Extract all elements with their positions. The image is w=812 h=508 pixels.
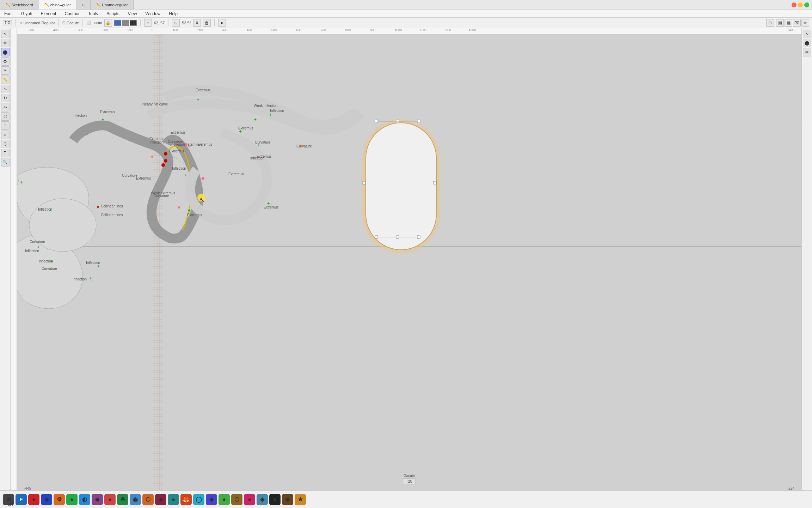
tool-polygon[interactable]: ⬡ <box>1 140 10 148</box>
app-icon-8[interactable]: ☘ <box>117 494 128 505</box>
right-tool-3[interactable]: ✏ <box>803 48 811 56</box>
ruler-bottom-left: -445 <box>24 486 31 490</box>
app-icon-21[interactable]: ◆ <box>282 494 293 505</box>
canvas-surface[interactable]: Extremus Nearly flat curve Weak inflecti… <box>17 35 801 490</box>
sketchboard-icon: ✏️ <box>6 3 10 7</box>
tool-zoom[interactable]: 🔍 <box>1 158 10 167</box>
view-btn4[interactable]: ✏ <box>801 19 809 27</box>
add-point-btn[interactable]: + <box>144 19 152 27</box>
left-toolbox: ↖ ✏ ⬤ ♻ ✂ 📏 ⤡ ↻ ⇔ ⬡ □ ○ ⬡ T 🔍 <box>0 28 11 490</box>
ruler-mark: 300 <box>222 28 227 32</box>
tool-spiro[interactable]: ♻ <box>1 57 10 66</box>
app-icon-11[interactable]: ◆ <box>155 494 166 505</box>
tab-uname-regular[interactable]: ✏️ Uname-regular <box>91 0 134 10</box>
sep5 <box>168 19 168 26</box>
trash-btn[interactable]: 🗑 <box>203 19 211 27</box>
svg-rect-6 <box>366 123 436 250</box>
app-icon-12[interactable]: ● <box>168 494 179 505</box>
status-bar: ⊞ F ● ◆ ⚙ ● ◐ ◆ ● ☘ ◉ ⬡ ◆ ● 🦊 ◯ ◆ ● ⬡ ● … <box>0 490 812 508</box>
up-down-btn[interactable]: ⬍ <box>193 19 201 27</box>
coord-display: 62, 57 <box>154 21 165 25</box>
color-swatch3[interactable] <box>130 20 137 26</box>
app-icon-19[interactable]: ◆ <box>257 494 268 505</box>
app-icon-3[interactable]: ⚙ <box>54 494 65 505</box>
color-swatch[interactable] <box>114 20 121 26</box>
gacute-label: Gacute <box>404 474 415 478</box>
svg-rect-10 <box>363 181 365 184</box>
app-icon-5[interactable]: ◐ <box>79 494 90 505</box>
app-icon-9[interactable]: ◉ <box>130 494 141 505</box>
window-controls <box>792 2 812 7</box>
app-icon-7[interactable]: ● <box>104 494 116 505</box>
app-icon-10[interactable]: ⬡ <box>142 494 154 505</box>
lock-btn[interactable]: 🔒 <box>104 19 112 27</box>
tool-pen[interactable]: ⬤ <box>1 48 10 56</box>
app-icon-17[interactable]: ⬡ <box>231 494 242 505</box>
menu-scripts[interactable]: Scripts <box>105 11 121 17</box>
app-icon-2[interactable]: ◆ <box>41 494 52 505</box>
tool-ruler[interactable]: 📏 <box>1 75 10 84</box>
uname-icon: ✏️ <box>96 3 100 7</box>
tool-rotate[interactable]: ↻ <box>1 94 10 102</box>
tool-scale[interactable]: ⤡ <box>1 85 10 93</box>
app-icon-6[interactable]: ◆ <box>92 494 103 505</box>
maximize-button[interactable] <box>804 2 809 7</box>
menu-element[interactable]: Element <box>39 11 57 17</box>
ruler-mark: -200 <box>102 28 108 32</box>
tool-rect[interactable]: □ <box>1 121 10 130</box>
menu-window[interactable]: Window <box>144 11 162 17</box>
menu-help[interactable]: Help <box>167 11 179 17</box>
menu-glyph[interactable]: Glyph <box>20 11 33 17</box>
ruler-mark: 1300 <box>469 28 476 32</box>
menu-contour[interactable]: Contour <box>63 11 81 17</box>
ai-label: Ai <box>8 502 13 507</box>
view-btn3[interactable]: ⌧ <box>793 19 801 27</box>
app-icon-22[interactable]: ★ <box>295 494 306 505</box>
color-swatch2[interactable] <box>122 20 129 26</box>
view-btn1[interactable]: ▤ <box>776 19 784 27</box>
tool-text[interactable]: T <box>1 149 10 157</box>
tool-3d[interactable]: ⬡ <box>1 112 10 121</box>
minimize-button[interactable] <box>798 2 803 7</box>
angle-icon: ⊾ <box>172 19 180 27</box>
close-button[interactable] <box>792 2 796 7</box>
sep4 <box>140 19 141 26</box>
tab-china-gular[interactable]: ✏️ china--gular <box>39 0 77 10</box>
app-icon-15[interactable]: ◆ <box>206 494 217 505</box>
ruler-mark: 500 <box>271 28 277 32</box>
canvas-area[interactable]: -500 -400 -300 -200 -100 0 100 200 300 4… <box>11 28 801 490</box>
mode-buttons[interactable]: T G <box>3 20 12 25</box>
tool-flip[interactable]: ⇔ <box>1 103 10 111</box>
app-icon-ff[interactable]: F <box>16 494 27 505</box>
right-toolbox: ↖ ⬤ ✏ <box>801 28 812 490</box>
menu-bar: Font Glyph Element Contour Tools Scripts… <box>0 10 812 18</box>
svg-rect-15 <box>417 120 420 123</box>
ruler-mark: 200 <box>197 28 203 32</box>
svg-rect-17 <box>417 236 420 238</box>
right-tool-2[interactable]: ⬤ <box>803 39 811 47</box>
app-icon-13[interactable]: 🦊 <box>180 494 192 505</box>
arrow-btn[interactable]: ➤ <box>218 19 226 27</box>
tool-freehand[interactable]: ✏ <box>1 39 10 47</box>
tab-empty[interactable]: u <box>77 0 91 10</box>
angle-display: 53.5° <box>182 21 191 25</box>
toolbar: T G ♀ Unnamed Regular G Gacute ⬜ name 🔒 … <box>0 18 812 28</box>
app-icon-20[interactable]: ■ <box>269 494 281 505</box>
right-tool-1[interactable]: ↖ <box>803 30 811 38</box>
ruler-mark: 800 <box>345 28 351 32</box>
tool-pointer[interactable]: ↖ <box>1 30 10 38</box>
menu-font[interactable]: Font <box>3 11 14 17</box>
app-icon-1[interactable]: ● <box>28 494 39 505</box>
glyph-label: G Gacute <box>62 21 79 25</box>
tab-sketchboard[interactable]: ✏️ Sketchboard <box>0 0 39 10</box>
app-icon-14[interactable]: ◯ <box>193 494 204 505</box>
zoom-btn[interactable]: ⊙ <box>766 19 774 27</box>
tool-ellipse[interactable]: ○ <box>1 131 10 139</box>
app-icon-18[interactable]: ● <box>244 494 255 505</box>
app-icon-4[interactable]: ● <box>66 494 78 505</box>
menu-tools[interactable]: Tools <box>87 11 99 17</box>
app-icon-16[interactable]: ● <box>219 494 230 505</box>
tool-knife[interactable]: ✂ <box>1 66 10 75</box>
menu-view[interactable]: View <box>127 11 139 17</box>
view-btn2[interactable]: ▦ <box>785 19 792 27</box>
